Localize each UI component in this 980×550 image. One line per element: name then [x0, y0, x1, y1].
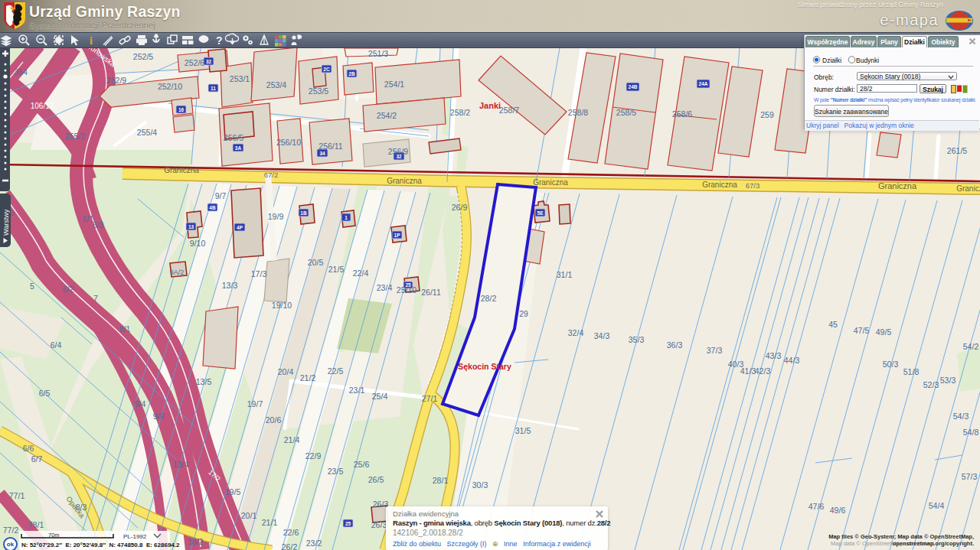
svg-text:26/11: 26/11 [421, 288, 441, 297]
svg-text:23/5: 23/5 [328, 467, 344, 476]
svg-text:13/4: 13/4 [173, 460, 189, 469]
svg-text:28/2: 28/2 [481, 294, 497, 303]
svg-text:13: 13 [188, 224, 194, 229]
svg-text:23/2: 23/2 [306, 539, 322, 548]
svg-text:19/5: 19/5 [225, 487, 241, 496]
svg-text:22/9: 22/9 [305, 451, 322, 461]
svg-text:25/6: 25/6 [354, 460, 370, 469]
svg-text:254/2: 254/2 [377, 111, 397, 120]
svg-text:26/2: 26/2 [282, 542, 298, 550]
svg-text:Janki: Janki [479, 101, 501, 110]
svg-text:31/1: 31/1 [557, 270, 573, 279]
svg-text:24B: 24B [629, 84, 638, 89]
svg-text:255/4: 255/4 [137, 128, 157, 137]
svg-text:35/3: 35/3 [629, 335, 645, 344]
svg-text:49/5: 49/5 [876, 327, 892, 337]
svg-text:7: 7 [93, 294, 98, 303]
svg-text:11: 11 [211, 86, 216, 91]
svg-text:54/4: 54/4 [929, 501, 945, 510]
svg-text:3A: 3A [235, 145, 242, 151]
svg-text:258/7: 258/7 [499, 106, 519, 115]
svg-text:256/9: 256/9 [388, 147, 408, 156]
svg-text:52/3: 52/3 [923, 380, 939, 389]
svg-text:Graniczna: Graniczna [956, 184, 980, 193]
svg-text:37/3: 37/3 [707, 346, 723, 355]
svg-text:29: 29 [519, 309, 528, 318]
svg-text:20/5: 20/5 [308, 258, 324, 267]
svg-text:21/1: 21/1 [262, 518, 278, 527]
svg-text:252/10: 252/10 [158, 82, 182, 91]
svg-text:258/6: 258/6 [672, 109, 692, 119]
svg-text:PL-1992: PL-1992 [123, 533, 147, 540]
svg-text:36/3: 36/3 [667, 340, 683, 350]
svg-text:1B: 1B [300, 210, 307, 216]
svg-text:78/1: 78/1 [28, 520, 44, 529]
svg-text:9/9: 9/9 [153, 412, 165, 421]
svg-text:253/1: 253/1 [230, 74, 250, 83]
svg-text:255/2: 255/2 [65, 132, 85, 141]
svg-text:258/2: 258/2 [450, 108, 470, 117]
svg-text:9/4: 9/4 [135, 399, 146, 408]
svg-text:i: i [90, 35, 93, 47]
svg-text:106/12: 106/12 [31, 102, 54, 110]
svg-text:?: ? [216, 34, 223, 47]
svg-text:6/7: 6/7 [31, 454, 43, 464]
svg-text:19/7: 19/7 [247, 399, 263, 408]
svg-text:16: 16 [178, 107, 185, 112]
svg-text:27/1: 27/1 [422, 394, 438, 403]
svg-text:253/5: 253/5 [309, 86, 328, 96]
svg-text:22/6: 22/6 [283, 528, 299, 537]
svg-text:6/3: 6/3 [93, 220, 104, 229]
svg-text:21/4: 21/4 [284, 435, 300, 444]
svg-text:252/9: 252/9 [106, 76, 126, 85]
svg-text:Warstwy: Warstwy [2, 209, 10, 236]
svg-text:21/5: 21/5 [328, 265, 345, 274]
svg-text:70m: 70m [48, 532, 60, 539]
svg-text:9/10: 9/10 [190, 239, 206, 248]
svg-text:1: 1 [345, 215, 348, 220]
svg-text:252/6: 252/6 [185, 58, 204, 67]
svg-text:54/2: 54/2 [963, 342, 979, 351]
svg-text:47/6: 47/6 [808, 502, 825, 511]
svg-text:21/2: 21/2 [300, 373, 316, 382]
svg-text:4B: 4B [209, 205, 216, 210]
svg-text:42/3: 42/3 [755, 366, 771, 376]
svg-text:Graniczna: Graniczna [387, 177, 422, 185]
svg-text:49/6: 49/6 [830, 506, 846, 515]
svg-text:24A: 24A [699, 81, 708, 86]
svg-text:30/3: 30/3 [472, 480, 488, 490]
svg-text:28/1: 28/1 [433, 476, 449, 485]
svg-text:6/2: 6/2 [63, 285, 74, 294]
svg-text:25/4: 25/4 [372, 392, 388, 401]
svg-text:77/2: 77/2 [3, 526, 19, 535]
svg-text:13/3: 13/3 [222, 281, 238, 290]
svg-text:19/10: 19/10 [272, 301, 292, 310]
svg-text:13/5: 13/5 [196, 377, 212, 386]
svg-text:23/1: 23/1 [349, 386, 365, 395]
svg-text:26/9: 26/9 [452, 203, 468, 212]
svg-text:77/1: 77/1 [9, 491, 25, 500]
svg-text:67/2: 67/2 [264, 171, 279, 179]
svg-text:20/6: 20/6 [266, 415, 282, 425]
svg-text:253/4: 253/4 [266, 80, 286, 89]
svg-text:47/5: 47/5 [854, 326, 870, 335]
svg-text:2B: 2B [348, 71, 355, 76]
svg-text:261/5: 261/5 [947, 146, 967, 155]
svg-text:31/5: 31/5 [515, 426, 531, 435]
svg-text:44/3: 44/3 [784, 356, 800, 365]
svg-text:41/3: 41/3 [740, 366, 756, 376]
svg-text:252/5: 252/5 [133, 52, 153, 61]
svg-text:50/3: 50/3 [883, 360, 899, 369]
svg-text:32: 32 [206, 59, 212, 64]
svg-text:51/8: 51/8 [903, 367, 920, 376]
svg-text:17/3: 17/3 [251, 269, 267, 278]
svg-text:18/2: 18/2 [188, 537, 204, 546]
svg-text:43/3: 43/3 [766, 351, 782, 360]
svg-text:25: 25 [345, 521, 351, 526]
svg-text:32/4: 32/4 [568, 328, 584, 337]
svg-text:6/5: 6/5 [39, 389, 51, 398]
svg-text:254/1: 254/1 [384, 80, 404, 89]
svg-text:256/10: 256/10 [276, 138, 301, 147]
svg-text:26/5: 26/5 [368, 475, 384, 484]
svg-text:9/7: 9/7 [215, 191, 227, 200]
